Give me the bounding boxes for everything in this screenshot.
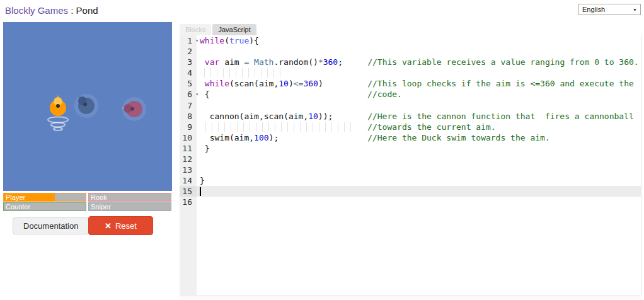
gutter-line-number: 15	[180, 186, 197, 197]
code-line	[197, 197, 641, 207]
horizontal-scrollbar[interactable]	[180, 295, 641, 299]
page-title: Blockly Games : Pond	[5, 5, 98, 16]
dropdown-arrow-icon: ▼	[633, 8, 637, 12]
blockly-games-link[interactable]: Blockly Games	[5, 5, 68, 16]
reset-button-label: Reset	[115, 221, 137, 231]
code-line: //towards the current aim.	[197, 122, 641, 132]
pond-canvas	[3, 22, 172, 191]
code-line: swim(aim,100); //Here the Duck swim towa…	[197, 132, 641, 143]
gutter-line-number: 2	[180, 46, 197, 57]
blockly-games-pond-app: Blockly Games : Pond English ▼ PlayerRoo…	[0, 0, 644, 300]
reset-button[interactable]: ✕Reset	[88, 216, 153, 235]
tab-blocks[interactable]: Blocks	[180, 24, 211, 35]
gutter-line-number: 3	[180, 57, 197, 67]
gutter-line-number: 4	[180, 67, 197, 78]
title-page-name: Pond	[76, 5, 98, 16]
text-cursor	[200, 187, 201, 196]
duck-orange-ripple-3	[54, 127, 62, 130]
code-line	[197, 154, 641, 164]
gutter-line-number: 9	[180, 122, 197, 132]
gutter-line-number: 10	[180, 132, 197, 143]
gutter-line-number: 11	[180, 143, 197, 154]
health-bar-counter[interactable]: Counter	[3, 202, 86, 211]
code-line	[197, 186, 641, 197]
editor-gutter: 1▾23456▾78910111213141516	[180, 35, 197, 295]
language-select[interactable]: English ▼	[578, 4, 641, 15]
health-bar-player[interactable]: Player	[3, 193, 86, 202]
editor-panel: BlocksJavaScript 1▾23456▾789101112131415…	[180, 24, 641, 299]
gutter-line-number: 13	[180, 164, 197, 175]
documentation-button[interactable]: Documentation	[13, 217, 89, 234]
player-name-label: Player	[6, 193, 25, 202]
close-icon: ✕	[105, 221, 112, 231]
editor-tabs: BlocksJavaScript	[180, 24, 256, 35]
code-line: cannon(aim,scan(aim,10)); //Here is the …	[197, 111, 641, 122]
code-line: while(true){	[197, 35, 641, 46]
duck-orange-ripple-1	[48, 117, 68, 123]
code-line: }	[197, 175, 641, 186]
gutter-line-number: 8	[180, 111, 197, 122]
language-select-value: English	[582, 6, 605, 13]
gutter-line-number: 1▾	[180, 35, 197, 46]
code-line: { //code.	[197, 89, 641, 100]
gutter-line-number: 6▾	[180, 89, 197, 100]
player-name-label: Counter	[6, 203, 30, 211]
indent-guides	[204, 68, 285, 78]
health-bar-sniper[interactable]: Sniper	[88, 202, 171, 211]
code-editor[interactable]: while(true){ var aim = Math.random()*360…	[197, 35, 641, 295]
duck-orange	[50, 95, 66, 117]
code-line	[197, 46, 641, 57]
indent-guides	[205, 122, 352, 132]
gutter-line-number: 7	[180, 100, 197, 111]
title-separator: :	[68, 5, 76, 16]
gutter-line-number: 12	[180, 154, 197, 164]
code-line: while(scan(aim,10)<=360) //This loop che…	[197, 78, 641, 89]
gutter-line-number: 14	[180, 175, 197, 186]
code-line	[197, 164, 641, 175]
gutter-line-number: 5	[180, 78, 197, 89]
code-line: }	[197, 143, 641, 154]
player-name-label: Rook	[91, 193, 107, 202]
code-line	[197, 100, 641, 111]
gutter-line-number: 16	[180, 197, 197, 207]
code-line	[197, 67, 641, 78]
tab-javascript[interactable]: JavaScript	[212, 24, 256, 35]
duck-orange-ripple-2	[51, 123, 65, 127]
ace-editor: 1▾23456▾78910111213141516 while(true){ v…	[180, 35, 641, 295]
code-line: var aim = Math.random()*360; //This vari…	[197, 57, 641, 67]
pond-visualization	[3, 22, 172, 191]
health-bar-rook[interactable]: Rook	[88, 193, 171, 202]
scoreboard: PlayerRookCounterSniper	[3, 193, 171, 211]
player-name-label: Sniper	[91, 203, 111, 211]
